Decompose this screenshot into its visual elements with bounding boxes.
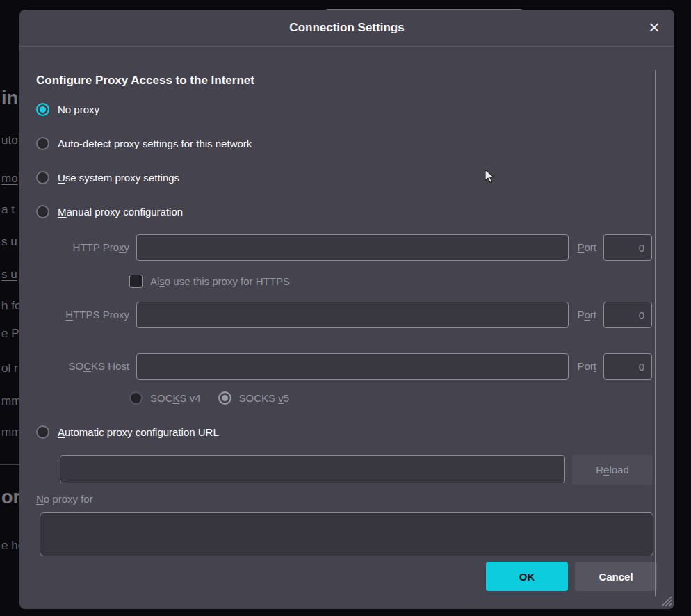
radio-socks-v5 bbox=[218, 391, 231, 405]
socks-port-input bbox=[603, 353, 652, 380]
background-text-fragment: s u bbox=[1, 268, 17, 282]
resize-grip-icon[interactable] bbox=[658, 592, 673, 608]
http-port-label: Port bbox=[538, 234, 596, 261]
background-text-fragment: h fo bbox=[1, 299, 21, 313]
connection-settings-dialog: Connection Settings ✕ Configure Proxy Ac… bbox=[19, 10, 674, 609]
radio-row-manual-proxy[interactable]: Manual proxy configuration bbox=[36, 205, 183, 218]
dialog-header: Connection Settings ✕ bbox=[19, 10, 674, 47]
close-button[interactable]: ✕ bbox=[642, 16, 666, 40]
socks-host-input bbox=[136, 353, 569, 380]
radio-use-system[interactable] bbox=[36, 171, 49, 184]
radio-label: Manual proxy configuration bbox=[58, 206, 183, 218]
radio-auto-url[interactable] bbox=[36, 425, 49, 439]
background-text-fragment: uto bbox=[1, 133, 18, 147]
checkbox-label: Also use this proxy for HTTPS bbox=[150, 275, 290, 287]
dialog-scrollbar[interactable] bbox=[655, 70, 656, 597]
radio-row-use-system[interactable]: Use system proxy settings bbox=[36, 171, 179, 184]
radio-row-no-proxy[interactable]: No proxy bbox=[36, 103, 99, 116]
close-icon: ✕ bbox=[648, 19, 660, 36]
radio-row-auto-url[interactable]: Automatic proxy configuration URL bbox=[36, 425, 219, 439]
background-text-fragment: a t bbox=[1, 203, 15, 217]
reload-label: Reload bbox=[596, 464, 629, 476]
reload-button: Reload bbox=[572, 455, 653, 485]
https-port-input bbox=[603, 302, 652, 328]
auto-url-input bbox=[60, 455, 565, 483]
https-proxy-input bbox=[136, 302, 569, 328]
radio-label: No proxy bbox=[58, 104, 99, 115]
https-port-label: Port bbox=[538, 302, 596, 328]
socks-version-row: SOCKS v4 SOCKS v5 bbox=[129, 391, 289, 405]
background-divider bbox=[0, 464, 19, 465]
radio-label: Automatic proxy configuration URL bbox=[58, 426, 219, 438]
background-text-fragment: mm bbox=[1, 425, 21, 439]
socks-port-label: Port bbox=[538, 353, 596, 380]
http-proxy-label: HTTP Proxy bbox=[36, 234, 129, 261]
background-text-fragment: s u bbox=[1, 235, 17, 249]
section-heading: Configure Proxy Access to the Internet bbox=[36, 74, 254, 88]
background-text-fragment: e Pi bbox=[1, 327, 22, 341]
cancel-button[interactable]: Cancel bbox=[575, 562, 657, 591]
background-text-fragment: mo bbox=[1, 172, 18, 186]
radio-row-auto-detect[interactable]: Auto-detect proxy settings for this netw… bbox=[36, 137, 252, 150]
dialog-title: Connection Settings bbox=[19, 10, 674, 46]
http-proxy-input bbox=[136, 234, 569, 261]
radio-no-proxy[interactable] bbox=[36, 103, 49, 116]
no-proxy-for-label: No proxy for bbox=[36, 493, 93, 505]
no-proxy-for-textarea bbox=[40, 512, 653, 556]
also-https-checkbox bbox=[129, 275, 143, 288]
background-text-fragment: mm bbox=[1, 394, 21, 408]
radio-manual-proxy[interactable] bbox=[36, 205, 49, 218]
mouse-cursor-icon bbox=[485, 169, 495, 184]
also-https-checkbox-row: Also use this proxy for HTTPS bbox=[129, 275, 290, 288]
ok-button[interactable]: OK bbox=[486, 562, 568, 591]
radio-label: Use system proxy settings bbox=[58, 172, 179, 184]
socks-v4-label: SOCKS v4 bbox=[150, 392, 201, 404]
background-text-fragment: ol r bbox=[1, 362, 18, 375]
socks-v5-label: SOCKS v5 bbox=[239, 392, 290, 404]
http-port-input bbox=[603, 234, 652, 261]
socks-host-label: SOCKS Host bbox=[36, 353, 129, 380]
radio-auto-detect[interactable] bbox=[36, 137, 49, 150]
radio-label: Auto-detect proxy settings for this netw… bbox=[58, 138, 252, 149]
radio-socks-v4 bbox=[129, 391, 143, 405]
https-proxy-label: HTTPS Proxy bbox=[36, 302, 129, 328]
